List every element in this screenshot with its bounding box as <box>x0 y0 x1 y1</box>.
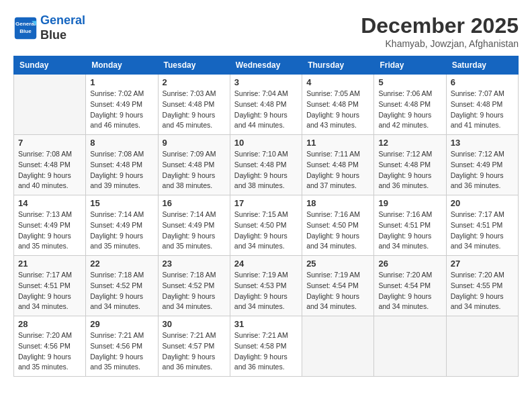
calendar-cell: 20Sunrise: 7:17 AM Sunset: 4:51 PM Dayli… <box>446 195 518 256</box>
day-info: Sunrise: 7:16 AM Sunset: 4:50 PM Dayligh… <box>306 210 369 252</box>
day-number: 11 <box>306 138 369 148</box>
day-info: Sunrise: 7:07 AM Sunset: 4:48 PM Dayligh… <box>451 89 514 131</box>
calendar-cell: 10Sunrise: 7:10 AM Sunset: 4:48 PM Dayli… <box>230 135 302 195</box>
day-number: 31 <box>234 319 298 329</box>
day-info: Sunrise: 7:17 AM Sunset: 4:51 PM Dayligh… <box>451 210 514 252</box>
day-number: 12 <box>378 138 441 148</box>
calendar-cell: 30Sunrise: 7:21 AM Sunset: 4:57 PM Dayli… <box>158 316 230 377</box>
day-number: 9 <box>163 138 226 148</box>
calendar-cell: 29Sunrise: 7:21 AM Sunset: 4:56 PM Dayli… <box>86 316 158 377</box>
calendar-body: 1Sunrise: 7:02 AM Sunset: 4:49 PM Daylig… <box>14 75 519 377</box>
month-title: December 2025 <box>361 13 519 38</box>
week-row-5: 28Sunrise: 7:20 AM Sunset: 4:56 PM Dayli… <box>14 316 519 377</box>
day-info: Sunrise: 7:21 AM Sunset: 4:58 PM Dayligh… <box>234 330 298 373</box>
calendar-cell: 14Sunrise: 7:13 AM Sunset: 4:49 PM Dayli… <box>14 195 86 256</box>
day-info: Sunrise: 7:16 AM Sunset: 4:51 PM Dayligh… <box>378 210 441 252</box>
svg-text:General: General <box>15 21 36 27</box>
day-info: Sunrise: 7:14 AM Sunset: 4:49 PM Dayligh… <box>90 210 153 252</box>
day-number: 15 <box>90 198 153 208</box>
day-number: 23 <box>163 259 226 269</box>
day-info: Sunrise: 7:21 AM Sunset: 4:56 PM Dayligh… <box>90 330 153 373</box>
calendar-cell: 7Sunrise: 7:08 AM Sunset: 4:48 PM Daylig… <box>14 135 86 195</box>
svg-text:Blue: Blue <box>19 28 32 34</box>
title-section: December 2025 Khamyab, Jowzjan, Afghanis… <box>361 13 519 49</box>
day-number: 27 <box>451 259 514 269</box>
day-number: 1 <box>90 77 153 87</box>
day-number: 20 <box>451 198 514 208</box>
calendar-cell: 25Sunrise: 7:19 AM Sunset: 4:54 PM Dayli… <box>302 256 374 316</box>
calendar-cell: 31Sunrise: 7:21 AM Sunset: 4:58 PM Dayli… <box>230 316 302 377</box>
calendar-cell: 16Sunrise: 7:14 AM Sunset: 4:49 PM Dayli… <box>158 195 230 256</box>
day-info: Sunrise: 7:18 AM Sunset: 4:52 PM Dayligh… <box>90 270 153 312</box>
weekday-header-saturday: Saturday <box>446 56 518 75</box>
day-info: Sunrise: 7:05 AM Sunset: 4:48 PM Dayligh… <box>306 89 369 131</box>
day-info: Sunrise: 7:21 AM Sunset: 4:57 PM Dayligh… <box>163 330 226 373</box>
calendar-cell: 8Sunrise: 7:08 AM Sunset: 4:48 PM Daylig… <box>86 135 158 195</box>
calendar-cell: 1Sunrise: 7:02 AM Sunset: 4:49 PM Daylig… <box>86 75 158 135</box>
day-info: Sunrise: 7:20 AM Sunset: 4:55 PM Dayligh… <box>451 270 514 312</box>
day-number: 13 <box>451 138 514 148</box>
page-header: General Blue GeneralBlue December 2025 K… <box>13 13 519 49</box>
day-info: Sunrise: 7:06 AM Sunset: 4:48 PM Dayligh… <box>378 89 441 131</box>
day-number: 21 <box>18 259 81 269</box>
calendar-cell <box>302 316 374 377</box>
day-info: Sunrise: 7:20 AM Sunset: 4:56 PM Dayligh… <box>18 330 81 373</box>
day-info: Sunrise: 7:11 AM Sunset: 4:48 PM Dayligh… <box>306 149 369 191</box>
day-info: Sunrise: 7:09 AM Sunset: 4:48 PM Dayligh… <box>163 149 226 191</box>
calendar-cell: 12Sunrise: 7:12 AM Sunset: 4:48 PM Dayli… <box>374 135 446 195</box>
calendar-cell: 15Sunrise: 7:14 AM Sunset: 4:49 PM Dayli… <box>86 195 158 256</box>
day-number: 10 <box>234 138 298 148</box>
day-number: 14 <box>18 198 81 208</box>
day-info: Sunrise: 7:12 AM Sunset: 4:48 PM Dayligh… <box>378 149 441 191</box>
day-number: 24 <box>234 259 298 269</box>
day-info: Sunrise: 7:15 AM Sunset: 4:50 PM Dayligh… <box>234 210 298 252</box>
day-info: Sunrise: 7:04 AM Sunset: 4:48 PM Dayligh… <box>234 89 298 131</box>
weekday-header-sunday: Sunday <box>14 56 86 75</box>
day-number: 19 <box>378 198 441 208</box>
day-info: Sunrise: 7:20 AM Sunset: 4:54 PM Dayligh… <box>378 270 441 312</box>
logo-text: GeneralBlue <box>40 13 85 42</box>
calendar-cell: 6Sunrise: 7:07 AM Sunset: 4:48 PM Daylig… <box>446 75 518 135</box>
week-row-3: 14Sunrise: 7:13 AM Sunset: 4:49 PM Dayli… <box>14 195 519 256</box>
day-info: Sunrise: 7:17 AM Sunset: 4:51 PM Dayligh… <box>18 270 81 312</box>
week-row-2: 7Sunrise: 7:08 AM Sunset: 4:48 PM Daylig… <box>14 135 519 195</box>
calendar-cell: 18Sunrise: 7:16 AM Sunset: 4:50 PM Dayli… <box>302 195 374 256</box>
calendar-cell: 5Sunrise: 7:06 AM Sunset: 4:48 PM Daylig… <box>374 75 446 135</box>
calendar-cell: 21Sunrise: 7:17 AM Sunset: 4:51 PM Dayli… <box>14 256 86 316</box>
calendar-cell: 4Sunrise: 7:05 AM Sunset: 4:48 PM Daylig… <box>302 75 374 135</box>
day-number: 5 <box>378 77 441 87</box>
day-info: Sunrise: 7:18 AM Sunset: 4:52 PM Dayligh… <box>163 270 226 312</box>
week-row-4: 21Sunrise: 7:17 AM Sunset: 4:51 PM Dayli… <box>14 256 519 316</box>
calendar-cell: 28Sunrise: 7:20 AM Sunset: 4:56 PM Dayli… <box>14 316 86 377</box>
calendar-cell: 11Sunrise: 7:11 AM Sunset: 4:48 PM Dayli… <box>302 135 374 195</box>
day-info: Sunrise: 7:19 AM Sunset: 4:53 PM Dayligh… <box>234 270 298 312</box>
logo: General Blue GeneralBlue <box>13 13 85 42</box>
calendar-cell: 24Sunrise: 7:19 AM Sunset: 4:53 PM Dayli… <box>230 256 302 316</box>
day-info: Sunrise: 7:13 AM Sunset: 4:49 PM Dayligh… <box>18 210 81 252</box>
day-number: 30 <box>163 319 226 329</box>
calendar-cell: 17Sunrise: 7:15 AM Sunset: 4:50 PM Dayli… <box>230 195 302 256</box>
day-number: 18 <box>306 198 369 208</box>
day-number: 26 <box>378 259 441 269</box>
calendar-cell: 23Sunrise: 7:18 AM Sunset: 4:52 PM Dayli… <box>158 256 230 316</box>
calendar-table: SundayMondayTuesdayWednesdayThursdayFrid… <box>13 56 519 377</box>
calendar-cell <box>446 316 518 377</box>
day-number: 22 <box>90 259 153 269</box>
calendar-cell: 27Sunrise: 7:20 AM Sunset: 4:55 PM Dayli… <box>446 256 518 316</box>
week-row-1: 1Sunrise: 7:02 AM Sunset: 4:49 PM Daylig… <box>14 75 519 135</box>
calendar-cell: 19Sunrise: 7:16 AM Sunset: 4:51 PM Dayli… <box>374 195 446 256</box>
calendar-cell: 26Sunrise: 7:20 AM Sunset: 4:54 PM Dayli… <box>374 256 446 316</box>
day-info: Sunrise: 7:03 AM Sunset: 4:48 PM Dayligh… <box>163 89 226 131</box>
day-number: 4 <box>306 77 369 87</box>
calendar-cell: 9Sunrise: 7:09 AM Sunset: 4:48 PM Daylig… <box>158 135 230 195</box>
day-number: 8 <box>90 138 153 148</box>
day-number: 7 <box>18 138 81 148</box>
day-info: Sunrise: 7:10 AM Sunset: 4:48 PM Dayligh… <box>234 149 298 191</box>
calendar-cell: 2Sunrise: 7:03 AM Sunset: 4:48 PM Daylig… <box>158 75 230 135</box>
logo-icon: General Blue <box>13 16 38 40</box>
day-info: Sunrise: 7:14 AM Sunset: 4:49 PM Dayligh… <box>163 210 226 252</box>
weekday-header-monday: Monday <box>86 56 158 75</box>
day-info: Sunrise: 7:08 AM Sunset: 4:48 PM Dayligh… <box>90 149 153 191</box>
day-info: Sunrise: 7:02 AM Sunset: 4:49 PM Dayligh… <box>90 89 153 131</box>
day-info: Sunrise: 7:12 AM Sunset: 4:49 PM Dayligh… <box>451 149 514 191</box>
